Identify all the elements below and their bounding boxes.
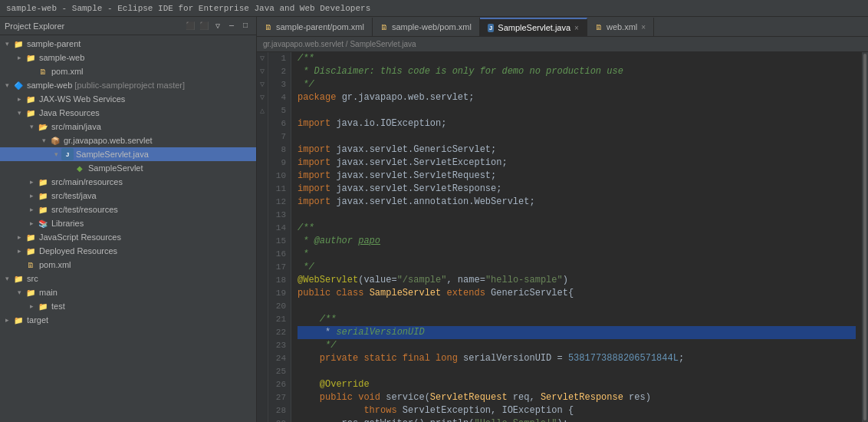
fold-1[interactable]: ▽ <box>257 52 268 65</box>
tree-item-src-main-resources[interactable]: ▸ 📁 src/main/resources <box>0 175 256 189</box>
link-editor-btn[interactable]: ⬛ <box>198 20 210 32</box>
tree-item-sample-parent[interactable]: ▾ 📁 sample-parent <box>0 37 256 51</box>
xml-icon: 🗎 <box>25 259 37 271</box>
tab-java-icon: J <box>488 24 494 32</box>
panel-toolbar: ⬛ ⬛ ▽ — □ <box>184 20 252 32</box>
tab-pom-parent[interactable]: 🗎 sample-parent/pom.xml <box>257 18 373 36</box>
fold-14[interactable]: ▽ <box>257 78 268 91</box>
tree-item-package[interactable]: ▾ 📦 gr.javapapo.web.servlet <box>0 134 256 147</box>
java-file-icon: J <box>61 148 74 160</box>
panel-title: Project Explorer <box>5 21 64 31</box>
expand-icon: ▸ <box>3 316 11 324</box>
tab-label: sample-web/pom.xml <box>392 22 472 31</box>
tree-item-sample-web-child[interactable]: ▸ 📁 sample-web <box>0 51 256 64</box>
expand-icon: ▾ <box>15 109 23 117</box>
tree-label: pom.xml <box>51 67 84 76</box>
tree-label: sample-parent <box>27 39 81 48</box>
tree-item-sampleservlet-class[interactable]: ◆ SampleServlet <box>0 161 256 175</box>
title-text: sample-web - Sample - Eclipse IDE for En… <box>6 4 370 13</box>
scrollbar-vertical[interactable] <box>862 52 868 422</box>
tab-xml-icon: 🗎 <box>265 23 272 31</box>
tree-label: JavaScript Resources <box>39 232 121 242</box>
tree-label: main <box>39 288 58 297</box>
expand-icon: ▸ <box>28 219 35 227</box>
expand-icon <box>64 164 72 172</box>
collapse-all-btn[interactable]: ⬛ <box>184 20 196 32</box>
tree-item-src-root[interactable]: ▾ 📁 src <box>0 272 256 285</box>
tree-label: Java Resources <box>39 108 100 117</box>
expand-icon: ▸ <box>15 54 23 61</box>
folder-icon: 📁 <box>37 203 49 216</box>
tree-label: src/test/java <box>51 191 97 200</box>
tree-label: src <box>27 274 38 283</box>
minimize-btn[interactable]: — <box>225 20 238 32</box>
tree-item-src-test-resources[interactable]: ▸ 📁 src/test/resources <box>0 203 256 216</box>
tab-label: web.xml <box>607 22 637 31</box>
tab-bar: 🗎 sample-parent/pom.xml 🗎 sample-web/pom… <box>257 17 868 37</box>
tree-item-java-resources[interactable]: ▾ 📁 Java Resources <box>0 106 256 120</box>
code-area[interactable]: /** * Disclaimer: this code is only for … <box>291 52 862 422</box>
expand-icon: ▸ <box>28 206 35 213</box>
tree-item-src-main-java[interactable]: ▾ 📂 src/main/java <box>0 120 256 134</box>
tree-item-pom-xml-root[interactable]: 🗎 pom.xml <box>0 258 256 272</box>
tab-webxml[interactable]: 🗎 web.xml × <box>587 18 654 36</box>
folder-icon: 📁 <box>12 272 25 285</box>
tree-item-deployed-resources[interactable]: ▸ 📁 Deployed Resources <box>0 244 256 258</box>
editor-content[interactable]: ▽ ▽ ▽ <box>257 52 868 422</box>
tree-item-js-resources[interactable]: ▸ 📁 JavaScript Resources <box>0 230 256 244</box>
fold-6[interactable]: ▽ <box>257 65 268 78</box>
tree-label: Libraries <box>51 219 84 228</box>
tree-view: ▾ 📁 sample-parent ▸ 📁 sample-web 🗎 pom.x… <box>0 35 256 422</box>
tree-label: Deployed Resources <box>39 246 117 256</box>
expand-icon: ▸ <box>28 302 35 310</box>
expand-icon: ▾ <box>3 81 11 89</box>
tree-item-src-test-java[interactable]: ▸ 📁 src/test/java <box>0 189 256 203</box>
breadcrumb: gr.javapapo.web.servlet / SampleServlet.… <box>263 40 416 48</box>
tab-xml-icon: 🗎 <box>595 23 603 31</box>
tab-close-webxml-btn[interactable]: × <box>641 23 646 31</box>
tree-item-main[interactable]: ▾ 📁 main <box>0 285 256 299</box>
tree-label: gr.javapapo.web.servlet <box>64 136 153 145</box>
deploy-folder-icon: 📁 <box>25 245 37 257</box>
fold-gutter: ▽ ▽ ▽ <box>257 52 268 422</box>
expand-icon <box>15 261 23 269</box>
expand-icon: ▾ <box>3 40 11 48</box>
tree-label: src/main/resources <box>51 177 123 186</box>
scrollbar-thumb[interactable] <box>863 54 866 420</box>
dropdown-btn[interactable]: ▽ <box>212 20 224 32</box>
maximize-btn[interactable]: □ <box>239 20 252 32</box>
tab-xml-icon: 🗎 <box>380 23 388 31</box>
package-icon: 📦 <box>49 134 61 147</box>
tree-item-libraries[interactable]: ▸ 📚 Libraries <box>0 216 256 230</box>
tab-sampleservlet[interactable]: J SampleServlet.java × <box>480 18 587 36</box>
editor-panel: 🗎 sample-parent/pom.xml 🗎 sample-web/pom… <box>257 17 868 422</box>
expand-icon: ▸ <box>15 95 23 103</box>
tree-label: SampleServlet <box>88 163 143 173</box>
line-numbers: 12345 678910 1112131415 1617181920 21222… <box>268 52 291 422</box>
tree-item-test[interactable]: ▸ 📁 test <box>0 299 256 313</box>
expand-icon: ▾ <box>3 275 11 282</box>
src-folder-icon: 📂 <box>37 120 49 133</box>
tree-label: target <box>27 315 48 325</box>
tree-item-sampleservlet-java[interactable]: ▾ J SampleServlet.java <box>0 147 256 161</box>
fold-26[interactable]: △ <box>257 104 268 117</box>
tab-label: sample-parent/pom.xml <box>276 22 364 31</box>
fold-21[interactable]: ▽ <box>257 91 268 104</box>
tree-item-pom-xml-child[interactable]: 🗎 pom.xml <box>0 64 256 78</box>
tab-close-btn[interactable]: × <box>574 24 579 32</box>
folder-icon: 📁 <box>12 314 25 326</box>
tab-pom-web[interactable]: 🗎 sample-web/pom.xml <box>373 18 480 36</box>
folder-icon: 📁 <box>25 93 37 105</box>
tree-item-jaxws[interactable]: ▸ 📁 JAX-WS Web Services <box>0 92 256 106</box>
tree-label: JAX-WS Web Services <box>39 94 125 104</box>
folder-icon: 📁 <box>25 286 37 298</box>
xml-icon: 🗎 <box>37 65 49 77</box>
panel-header: Project Explorer ⬛ ⬛ ▽ — □ <box>0 17 256 35</box>
library-icon: 📚 <box>37 217 49 229</box>
main-content: Project Explorer ⬛ ⬛ ▽ — □ ▾ 📁 sample-pa… <box>0 17 868 422</box>
js-folder-icon: 📁 <box>25 231 37 243</box>
breadcrumb-bar: gr.javapapo.web.servlet / SampleServlet.… <box>257 37 868 52</box>
tree-item-target[interactable]: ▸ 📁 target <box>0 313 256 327</box>
tree-item-sample-web-root[interactable]: ▾ 🔷 sample-web [public-sampleproject mas… <box>0 78 256 92</box>
title-bar: sample-web - Sample - Eclipse IDE for En… <box>0 0 868 17</box>
